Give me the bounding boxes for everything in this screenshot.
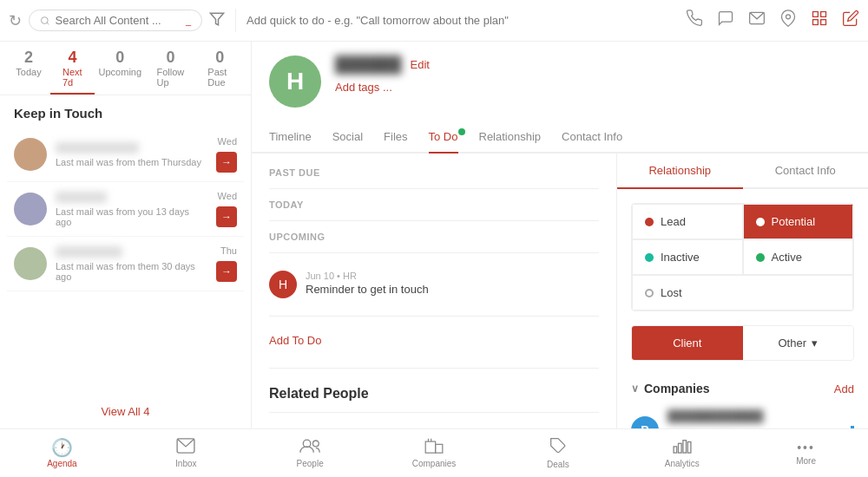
contact-header-info: ██████ Edit Add tags ...	[335, 56, 851, 95]
rel-tab-contact-info[interactable]: Contact Info	[743, 154, 869, 189]
companies-label: Companies	[644, 382, 709, 395]
quick-todo-input[interactable]	[235, 9, 679, 32]
svg-rect-7	[813, 20, 819, 25]
nav-inbox[interactable]: Inbox	[124, 429, 248, 477]
other-button[interactable]: Other ▾	[743, 326, 854, 360]
status-inactive[interactable]: Inactive	[632, 239, 743, 275]
nav-deals[interactable]: Deals	[496, 429, 620, 477]
rel-tab-relationship[interactable]: Relationship	[617, 154, 743, 189]
tab-files[interactable]: Files	[384, 121, 407, 154]
navigate-arrow[interactable]: →	[216, 261, 237, 282]
inactive-label: Inactive	[661, 251, 700, 264]
company-info: ████████████ Jun 2019 Jun 2021	[667, 409, 854, 428]
tab-pastdue[interactable]: 0 Past Due	[195, 42, 244, 95]
todo-item[interactable]: H Jun 10 • HR Reminder to get in touch	[269, 264, 599, 305]
tab-relationship[interactable]: Relationship	[479, 121, 542, 154]
deals-label: Deals	[547, 460, 569, 469]
email-icon[interactable]	[748, 10, 766, 31]
more-icon: •••	[797, 441, 815, 454]
navigate-arrow[interactable]: →	[216, 152, 237, 173]
contact-name: ██████ ████	[56, 142, 207, 155]
tab-contact-info[interactable]: Contact Info	[562, 121, 622, 154]
refresh-icon[interactable]: ↻	[9, 11, 22, 30]
nav-people[interactable]: People	[248, 429, 372, 477]
main-layout: 2 Today 4 Next 7d 0 Upcoming 0 Follow Up…	[0, 42, 868, 428]
keep-in-touch-header: Keep in Touch	[0, 95, 251, 127]
company-item[interactable]: P ████████████ Jun 2019 Jun 20	[617, 402, 868, 428]
location-icon[interactable]	[779, 10, 797, 31]
potential-label: Potential	[772, 215, 816, 228]
tab-social[interactable]: Social	[332, 121, 363, 154]
bottom-nav: 🕐 Agenda Inbox People Companies Deals An…	[0, 428, 868, 477]
contact-info: ████ ██ Last mail was from you 13 days a…	[56, 192, 207, 227]
client-button[interactable]: Client	[632, 326, 743, 360]
tab-upcoming[interactable]: 0 Upcoming	[95, 42, 145, 95]
search-input[interactable]	[56, 14, 181, 27]
svg-point-4	[786, 15, 791, 19]
tab-followup[interactable]: 0 Follow Up	[145, 42, 195, 95]
list-item[interactable]: ██████ ████ Last mail was from them Thur…	[7, 127, 244, 182]
search-box[interactable]: _	[29, 10, 202, 31]
edit-link[interactable]: Edit	[411, 58, 430, 71]
other-chevron-icon: ▾	[812, 337, 818, 350]
deals-icon	[549, 437, 567, 457]
left-sidebar: 2 Today 4 Next 7d 0 Upcoming 0 Follow Up…	[0, 42, 252, 428]
svg-rect-5	[813, 12, 819, 17]
navigate-arrow[interactable]: →	[216, 206, 237, 227]
status-active[interactable]: Active	[743, 239, 854, 275]
view-all-link[interactable]: View All 4	[0, 395, 251, 428]
contact-meta: Wed →	[216, 136, 237, 173]
nav-agenda[interactable]: 🕐 Agenda	[0, 429, 124, 477]
edit-icon[interactable]	[842, 10, 859, 31]
collapse-icon[interactable]: ∨	[631, 382, 639, 395]
svg-line-1	[47, 23, 49, 24]
tab-today[interactable]: 2 Today	[7, 42, 50, 95]
status-lead[interactable]: Lead	[632, 204, 743, 239]
list-item[interactable]: ████ ████ Last mail was from them 30 day…	[7, 237, 244, 291]
search-icon	[40, 15, 50, 27]
nav-companies[interactable]: Companies	[372, 429, 496, 477]
phone-icon[interactable]	[686, 10, 703, 31]
action-row: Client Other ▾	[631, 325, 854, 361]
add-todo-link[interactable]: Add To Do	[269, 327, 599, 354]
list-item[interactable]: ████ ██ Last mail was from you 13 days a…	[7, 182, 244, 237]
tab-next7d[interactable]: 4 Next 7d	[50, 42, 95, 95]
filter-icon[interactable]	[209, 11, 225, 30]
avatar	[14, 138, 47, 171]
contact-list: ██████ ████ Last mail was from them Thur…	[0, 127, 251, 395]
nav-analytics[interactable]: Analytics	[620, 429, 744, 477]
add-company-link[interactable]: Add	[834, 382, 854, 395]
svg-rect-23	[674, 447, 677, 453]
todo-avatar: H	[269, 271, 297, 298]
contact-header: H ██████ Edit Add tags ...	[252, 42, 868, 121]
add-tags-link[interactable]: Add tags ...	[335, 81, 392, 94]
nav-more[interactable]: ••• More	[744, 429, 868, 477]
inactive-dot	[645, 253, 654, 262]
contact-sub: Last mail was from them Thursday	[56, 157, 207, 167]
contact-display-name: ██████	[335, 56, 402, 74]
tab-todo[interactable]: To Do	[429, 121, 458, 154]
related-people-title: Related People	[269, 379, 599, 402]
agenda-label: Agenda	[47, 459, 76, 468]
more-label: More	[796, 456, 816, 466]
avatar	[14, 193, 47, 225]
agenda-icon: 🕐	[51, 439, 73, 456]
contact-day: Thu	[220, 245, 237, 256]
inbox-icon	[176, 438, 195, 456]
grid-icon[interactable]	[811, 10, 828, 31]
people-label: People	[297, 459, 324, 468]
contact-name: ████ ██	[56, 192, 207, 205]
contact-big-avatar: H	[269, 56, 321, 108]
right-panel: H ██████ Edit Add tags ... Timeline Soci…	[252, 42, 868, 428]
message-icon[interactable]	[717, 10, 734, 31]
status-potential[interactable]: Potential	[743, 204, 854, 239]
status-lost[interactable]: Lost	[632, 275, 853, 310]
content-tabs: Timeline Social Files To Do Relationship…	[252, 121, 868, 154]
svg-point-11	[313, 441, 319, 447]
avatar	[14, 247, 47, 280]
active-dot	[756, 253, 765, 262]
tab-timeline[interactable]: Timeline	[269, 121, 312, 154]
top-bar: ↻ _	[0, 0, 868, 42]
contact-info: ██████ ████ Last mail was from them Thur…	[56, 142, 207, 167]
people-icon	[299, 438, 320, 456]
